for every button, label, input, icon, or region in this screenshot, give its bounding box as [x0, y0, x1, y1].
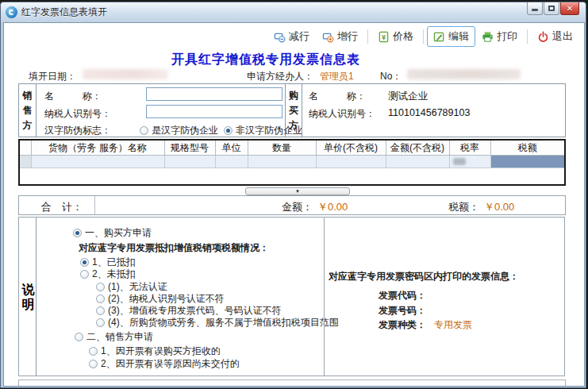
- spec-cell[interactable]: [164, 156, 215, 168]
- row-indicator-cell[interactable]: [20, 156, 31, 168]
- seller-taxid-input[interactable]: [146, 105, 282, 118]
- antifake-option-no[interactable]: 非汉字防伪企业: [224, 124, 302, 137]
- col-spec[interactable]: 规格型号: [164, 141, 215, 156]
- goods-name-cell[interactable]: [31, 156, 164, 168]
- table-row[interactable]: [20, 156, 564, 168]
- footer-strip: [18, 379, 566, 387]
- explanation-section-label: 说明: [22, 282, 33, 312]
- radio-icon[interactable]: [96, 283, 105, 291]
- form-info-row: 填开日期： 申请方经办人： 管理员1 No：: [4, 69, 585, 82]
- seller-antifake-label: 汉字防伪标志：: [44, 124, 111, 137]
- close-icon: ✕: [567, 5, 573, 13]
- radio-icon[interactable]: [140, 126, 148, 135]
- invoice-number-label: 发票号码：: [379, 304, 426, 318]
- col-amount[interactable]: 金额(不含税): [386, 141, 449, 156]
- minimize-button[interactable]: [527, 2, 543, 15]
- no-redacted-value: [407, 69, 521, 79]
- buyer-taxid-value: 110101456789103: [388, 107, 470, 118]
- row-indicator-header: [20, 141, 31, 156]
- delete-row-button[interactable]: 减行: [267, 26, 316, 47]
- window-title: 红字发票信息表填开: [21, 6, 107, 19]
- invoice-info-section: 对应蓝字专用发票密码区内打印的发票信息： 发票代码： 发票号码： 发票种类： 专…: [324, 217, 565, 376]
- radio-icon[interactable]: [96, 295, 105, 303]
- option-label: (4)、所购货物或劳务、服务不属于增值税扣税项目范围: [108, 317, 339, 328]
- radio-icon[interactable]: [96, 318, 105, 327]
- add-row-button[interactable]: 增行: [316, 26, 364, 47]
- buyer-fields: 名 称： 测试企业 纳税人识别号： 110101456789103: [302, 84, 565, 137]
- seller-name-input[interactable]: [146, 87, 282, 101]
- radio-icon[interactable]: [96, 306, 105, 315]
- option-label: 2、未抵扣: [92, 268, 136, 279]
- option-label: (3)、增值税专用发票代码、号码认证不符: [108, 305, 282, 316]
- price-button[interactable]: ¥ 价格: [371, 26, 420, 47]
- radio-icon[interactable]: [80, 270, 89, 279]
- deduction-status-heading: 对应蓝字专用发票抵扣增值税销项税额情况：: [79, 241, 269, 255]
- radio-icon[interactable]: [80, 258, 89, 267]
- col-goods-name[interactable]: 货物（劳务 服务）名称: [31, 141, 164, 156]
- maximize-button[interactable]: [544, 2, 559, 15]
- totals-divider: [94, 196, 95, 214]
- radio-icon[interactable]: [73, 229, 82, 237]
- exit-label: 退出: [552, 29, 573, 44]
- applicant-label: 申请方经办人：: [247, 70, 313, 83]
- col-tax-rate[interactable]: 税率: [449, 141, 490, 156]
- edit-label: 编辑: [448, 29, 469, 44]
- option-not-deducted[interactable]: 2、未抵扣: [80, 268, 136, 281]
- titlebar[interactable]: 红字发票信息表填开 ✕: [1, 2, 586, 22]
- window-content: 减行 增行 ¥ 价格 编辑 打印: [3, 22, 585, 387]
- option-label: (1)、无法认证: [108, 281, 167, 292]
- edit-button[interactable]: 编辑: [427, 26, 475, 47]
- buyer-name-label: 名 称：: [309, 90, 366, 103]
- seller-fields: 名 称： 纳税人识别号： 汉字防伪标志： 是汉字防伪企业 非汉字防伪企业: [37, 84, 286, 137]
- applicant-value: 管理员1: [320, 70, 354, 83]
- option-not-in-scope[interactable]: (4)、所购货物或劳务、服务不属于增值税扣税项目范围: [96, 316, 339, 329]
- option-label: (2)、纳税人识别号认证不符: [108, 293, 225, 304]
- totals-row: 合 计： 金额： ￥0.00 税额： ￥0.00: [18, 195, 566, 215]
- col-unit[interactable]: 单位: [215, 141, 248, 156]
- option-label: 2、因开票有误等原因尚未交付的: [101, 358, 240, 369]
- seller-section-label-cell: 销售方: [19, 84, 37, 137]
- unit-price-cell[interactable]: [316, 156, 386, 168]
- price-label: 价格: [393, 29, 413, 44]
- unit-cell[interactable]: [215, 156, 248, 168]
- invoice-code-label: 发票代码：: [379, 289, 426, 302]
- antifake-option-yes[interactable]: 是汉字防伪企业: [140, 124, 218, 137]
- radio-icon[interactable]: [89, 360, 98, 368]
- quantity-cell[interactable]: [248, 156, 316, 168]
- price-yen-icon: ¥: [378, 31, 390, 43]
- option-not-delivered[interactable]: 2、因开票有误等原因尚未交付的: [89, 357, 240, 371]
- tax-amount-cell-selected[interactable]: [490, 156, 564, 168]
- maximize-icon: [548, 6, 555, 11]
- option-buyer-apply[interactable]: 一、购买方申请: [73, 226, 152, 240]
- app-icon: [6, 6, 17, 18]
- radio-icon[interactable]: [75, 333, 83, 341]
- grid-collapse-splitter[interactable]: ▼: [245, 187, 350, 195]
- minimize-icon: [532, 9, 538, 11]
- svg-text:¥: ¥: [382, 33, 386, 40]
- option-buyer-rejected[interactable]: 1、因开票有误购买方拒收的: [89, 345, 221, 358]
- option-label: 1、已抵扣: [92, 256, 136, 268]
- print-button[interactable]: 打印: [475, 26, 524, 47]
- col-tax-amount[interactable]: 税额: [490, 141, 564, 156]
- exit-button[interactable]: 退出: [531, 26, 579, 47]
- option-seller-apply[interactable]: 二、销售方申请: [75, 330, 153, 344]
- antifake-option-yes-label: 是汉字防伪企业: [152, 125, 218, 136]
- totals-label: 合 计：: [41, 200, 83, 214]
- radio-icon[interactable]: [224, 126, 233, 135]
- seller-section-label: 销售方: [22, 88, 33, 133]
- buyer-taxid-label: 纳税人识别号：: [309, 107, 375, 121]
- col-quantity[interactable]: 数量: [248, 141, 316, 156]
- bottom-section: 说明 一、购买方申请 对应蓝字专用发票抵扣增值税销项税额情况： 1、已抵扣 2、…: [18, 217, 566, 376]
- col-unit-price[interactable]: 单价(不含税): [316, 141, 386, 156]
- add-row-label: 增行: [337, 29, 358, 44]
- explanation-section: 说明 一、购买方申请 对应蓝字专用发票抵扣增值税销项税额情况： 1、已抵扣 2、…: [18, 217, 325, 376]
- close-button[interactable]: ✕: [560, 2, 579, 15]
- tax-rate-redacted-value: [453, 158, 466, 165]
- seller-taxid-label: 纳税人识别号：: [44, 107, 111, 121]
- radio-icon[interactable]: [89, 347, 98, 356]
- screen: 红字发票信息表填开 ✕ 减行 增行 ¥: [0, 0, 588, 389]
- amount-cell[interactable]: [386, 156, 449, 168]
- tax-rate-cell[interactable]: [449, 156, 490, 168]
- power-icon: [537, 31, 549, 43]
- option-label: 二、销售方申请: [86, 331, 153, 342]
